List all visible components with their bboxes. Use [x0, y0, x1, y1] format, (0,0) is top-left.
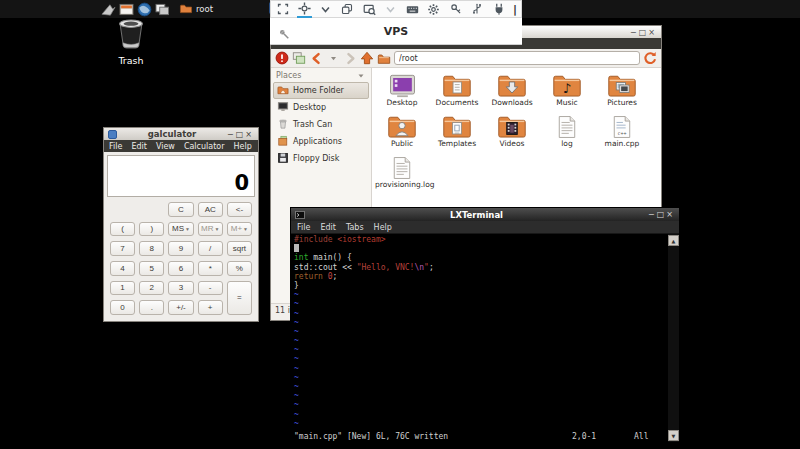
minimize-button[interactable]: −: [630, 28, 639, 37]
forward-icon[interactable]: [343, 51, 357, 65]
terminal-titlebar[interactable]: LXTerminal −□×: [291, 208, 679, 221]
places-header[interactable]: Places: [271, 69, 371, 82]
calc-button-+[interactable]: +: [198, 300, 223, 315]
calc-button-AC[interactable]: AC: [198, 202, 223, 217]
calc-button-M+[interactable]: M+▼: [227, 222, 252, 237]
places-caret-icon[interactable]: [357, 72, 365, 80]
menu-file[interactable]: File: [297, 223, 310, 232]
calc-button-7[interactable]: 7: [110, 241, 135, 256]
sidebar-item-applications[interactable]: Applications: [273, 133, 369, 150]
launcher-pager-icon[interactable]: [154, 1, 170, 17]
refresh-icon[interactable]: [643, 51, 657, 65]
file-item-Music[interactable]: ♪Music: [540, 71, 594, 107]
window-controls[interactable]: −□×: [648, 210, 675, 219]
file-item-Downloads[interactable]: Downloads: [485, 71, 539, 107]
menu-calculator[interactable]: Calculator: [184, 142, 225, 151]
scroll-up-icon[interactable]: ▲: [668, 235, 679, 246]
maximize-button[interactable]: □: [639, 28, 649, 37]
usb-icon[interactable]: [470, 2, 485, 17]
scroll-down-icon[interactable]: ▼: [668, 430, 679, 441]
file-item-Videos[interactable]: Videos: [485, 112, 539, 148]
file-item-main.cpp[interactable]: c++main.cpp: [595, 112, 649, 148]
settings-gear-icon[interactable]: [426, 2, 441, 17]
menu-help[interactable]: Help: [234, 142, 252, 151]
trash-desktop-icon[interactable]: Trash: [106, 18, 156, 66]
calc-button-label: -: [209, 283, 212, 292]
calc-button-sqrt[interactable]: sqrt: [227, 241, 252, 256]
close-button[interactable]: ×: [666, 210, 675, 219]
calc-button-0[interactable]: 0: [110, 300, 135, 315]
pan-icon[interactable]: [297, 1, 312, 18]
calc-button--[interactable]: -: [198, 281, 223, 296]
file-item-log[interactable]: log: [540, 112, 594, 148]
minimize-button[interactable]: −: [648, 210, 657, 219]
file-item-provisioning.log[interactable]: provisioning.log: [375, 153, 429, 189]
chevron-down-2-icon[interactable]: [383, 2, 398, 17]
menu-tabs[interactable]: Tabs: [346, 223, 364, 232]
calc-button-+/-[interactable]: +/-: [168, 300, 193, 315]
menu-edit[interactable]: Edit: [131, 142, 147, 151]
sidebar-item-home-folder[interactable]: Home Folder: [273, 82, 369, 99]
launcher-file-manager-icon[interactable]: [118, 1, 134, 17]
file-item-Desktop[interactable]: Desktop: [375, 71, 429, 107]
launcher-browser-icon[interactable]: [136, 1, 152, 17]
calculator-titlebar[interactable]: galculator −□×: [104, 128, 258, 140]
menu-edit[interactable]: Edit: [320, 223, 336, 232]
clipboard-icon[interactable]: [340, 2, 355, 17]
calc-button-*[interactable]: *: [198, 261, 223, 276]
power-plug-icon[interactable]: [491, 2, 506, 17]
calc-button-/[interactable]: /: [198, 241, 223, 256]
calc-button-C[interactable]: C: [168, 202, 193, 217]
fullscreen-icon[interactable]: [275, 2, 290, 17]
chevron-down-icon[interactable]: [318, 2, 333, 17]
minimize-button[interactable]: −: [227, 130, 236, 139]
file-item-Public[interactable]: Public: [375, 112, 429, 148]
maximize-button[interactable]: □: [236, 130, 246, 139]
sidebar-item-trash-can[interactable]: Trash Can: [273, 116, 369, 133]
file-item-Pictures[interactable]: Pictures: [595, 71, 649, 107]
calc-button-1[interactable]: 1: [110, 281, 135, 296]
calc-button-2[interactable]: 2: [139, 281, 164, 296]
window-controls[interactable]: −□×: [630, 28, 657, 37]
calc-button-)[interactable]: ): [139, 222, 164, 237]
calc-button-MS[interactable]: MS▼: [168, 222, 193, 237]
calc-button-4[interactable]: 4: [110, 261, 135, 276]
menu-file[interactable]: File: [109, 142, 122, 151]
pin-icon[interactable]: [278, 25, 290, 37]
launcher-menu-icon[interactable]: [100, 1, 116, 17]
menu-help[interactable]: Help: [374, 223, 392, 232]
screenshot-icon[interactable]: [362, 2, 377, 17]
up-icon[interactable]: [360, 51, 374, 65]
calc-button-([interactable]: (: [110, 222, 135, 237]
calc-button-.[interactable]: .: [139, 300, 164, 315]
calc-button-=[interactable]: =: [227, 281, 252, 315]
calc-button-6[interactable]: 6: [168, 261, 193, 276]
history-caret-icon[interactable]: [326, 51, 340, 65]
close-button[interactable]: ×: [245, 130, 254, 139]
sidebar-item-desktop[interactable]: Desktop: [273, 99, 369, 116]
window-controls[interactable]: −□×: [227, 130, 254, 139]
new-window-icon[interactable]: [292, 51, 306, 65]
vim-buffer[interactable]: #include <iostream>int main() {std::cout…: [291, 234, 668, 442]
home-icon[interactable]: [377, 51, 391, 65]
menu-view[interactable]: View: [156, 142, 175, 151]
terminal-scrollbar[interactable]: ▲ ▼: [668, 234, 679, 442]
key-icon[interactable]: [448, 2, 463, 17]
calc-button-8[interactable]: 8: [139, 241, 164, 256]
back-icon[interactable]: [309, 51, 323, 65]
sidebar-item-floppy-disk[interactable]: Floppy Disk: [273, 150, 369, 167]
calc-button-9[interactable]: 9: [168, 241, 193, 256]
calc-button-3[interactable]: 3: [168, 281, 193, 296]
calc-button-<-[interactable]: <-: [227, 202, 252, 217]
file-item-Templates[interactable]: Templates: [430, 112, 484, 148]
keyboard-icon[interactable]: [405, 2, 420, 17]
file-item-Documents[interactable]: Documents: [430, 71, 484, 107]
maximize-button[interactable]: □: [657, 210, 667, 219]
path-input[interactable]: [394, 51, 640, 65]
calc-button-MR[interactable]: MR▼: [198, 222, 223, 237]
calc-button-5[interactable]: 5: [139, 261, 164, 276]
close-button[interactable]: ×: [648, 28, 657, 37]
calc-button-%[interactable]: %: [227, 261, 252, 276]
stop-icon[interactable]: [275, 51, 289, 65]
task-button-root[interactable]: root: [175, 1, 217, 17]
